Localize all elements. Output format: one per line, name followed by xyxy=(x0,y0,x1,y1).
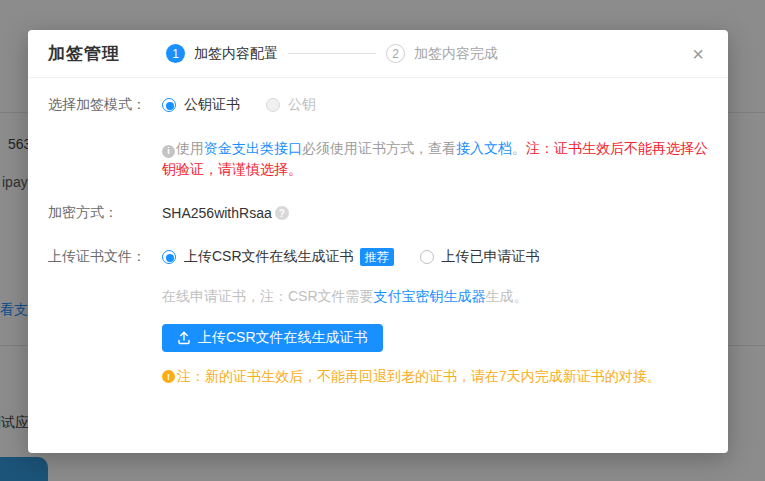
new-cert-warning: ! 注：新的证书生效后，不能再回退到老的证书，请在7天内完成新证书的对接。 xyxy=(162,368,708,386)
upload-cert-row: 上传证书文件： 上传CSR文件在线生成证书 推荐 上传已申请证书 xyxy=(48,248,708,266)
recommended-badge: 推荐 xyxy=(360,248,394,266)
sign-mode-row: 选择加签模式： 公钥证书 公钥 xyxy=(48,96,708,114)
hint-prefix: 使用 xyxy=(176,140,204,156)
upload-csr-button[interactable]: 上传CSR文件在线生成证书 xyxy=(162,324,383,352)
radio-upload-csr[interactable]: 上传CSR文件在线生成证书 推荐 xyxy=(162,248,394,266)
dialog-header: 加签管理 1 加签内容配置 2 加签内容完成 × xyxy=(28,30,728,78)
signature-management-dialog: 加签管理 1 加签内容配置 2 加签内容完成 × 选择加签模式： 公钥证书 公钥 xyxy=(28,30,728,453)
radio-upload-csr-label: 上传CSR文件在线生成证书 xyxy=(184,248,354,266)
csr-note-prefix: 在线申请证书，注：CSR文件需要 xyxy=(162,288,374,304)
radio-public-key[interactable]: 公钥 xyxy=(266,96,316,114)
upload-csr-button-label: 上传CSR文件在线生成证书 xyxy=(198,329,368,347)
radio-disabled-icon xyxy=(266,98,280,112)
info-icon: i xyxy=(162,145,175,158)
fund-api-link[interactable]: 资金支出类接口 xyxy=(204,140,302,156)
radio-selected-icon xyxy=(162,98,176,112)
radio-public-key-label: 公钥 xyxy=(288,96,316,114)
step-2-circle: 2 xyxy=(386,44,405,63)
encryption-row: 加密方式： SHA256withRsaa ? xyxy=(48,204,708,222)
csr-note-suffix: 生成。 xyxy=(486,288,528,304)
upload-cert-label: 上传证书文件： xyxy=(48,248,162,266)
upload-cert-radio-group: 上传CSR文件在线生成证书 推荐 上传已申请证书 xyxy=(162,248,540,266)
step-1-label: 加签内容配置 xyxy=(194,45,278,63)
help-icon[interactable]: ? xyxy=(275,206,289,220)
encryption-value-wrap: SHA256withRsaa ? xyxy=(162,205,289,221)
close-icon[interactable]: × xyxy=(686,42,710,66)
sign-mode-radio-group: 公钥证书 公钥 xyxy=(162,96,316,114)
step-2-label: 加签内容完成 xyxy=(414,45,498,63)
cert-mode-hint: i使用资金支出类接口必须使用证书方式，查看接入文档。注：证书生效后不能再选择公钥… xyxy=(162,138,718,180)
radio-public-key-cert[interactable]: 公钥证书 xyxy=(162,96,240,114)
dialog-title: 加签管理 xyxy=(48,42,120,65)
key-generator-link[interactable]: 支付宝密钥生成器 xyxy=(374,288,486,304)
hint-middle: 必须使用证书方式，查看 xyxy=(302,140,456,156)
radio-unselected-icon xyxy=(420,250,434,264)
radio-upload-existing[interactable]: 上传已申请证书 xyxy=(420,248,540,266)
dialog-body: 选择加签模式： 公钥证书 公钥 i使用资金支出类接口必须使用证书方式，查看接入文… xyxy=(28,78,728,386)
radio-selected-icon xyxy=(162,250,176,264)
access-doc-link[interactable]: 接入文档 xyxy=(456,140,512,156)
upload-icon xyxy=(177,331,191,345)
new-cert-warning-text: 注：新的证书生效后，不能再回退到老的证书，请在7天内完成新证书的对接。 xyxy=(177,368,661,386)
hint-period: 。 xyxy=(512,140,526,156)
warning-icon: ! xyxy=(162,370,175,383)
step-connector-line xyxy=(288,53,376,54)
encryption-value: SHA256withRsaa xyxy=(162,205,272,221)
sign-mode-label: 选择加签模式： xyxy=(48,96,162,114)
csr-note: 在线申请证书，注：CSR文件需要支付宝密钥生成器生成。 xyxy=(162,288,708,306)
radio-upload-existing-label: 上传已申请证书 xyxy=(442,248,540,266)
step-1-circle: 1 xyxy=(166,44,185,63)
encryption-label: 加密方式： xyxy=(48,204,162,222)
radio-public-key-cert-label: 公钥证书 xyxy=(184,96,240,114)
step-indicator: 1 加签内容配置 2 加签内容完成 xyxy=(166,44,498,63)
